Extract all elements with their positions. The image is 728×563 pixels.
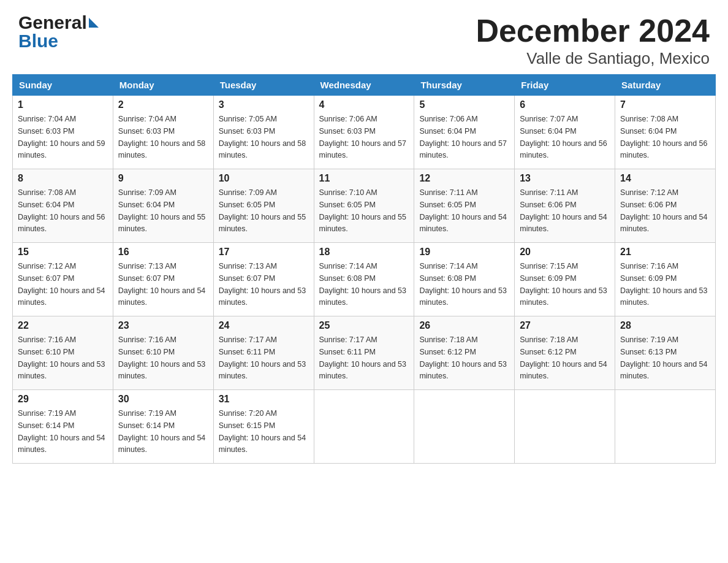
- day-number: 6: [520, 99, 610, 110]
- logo-line1: General: [18, 12, 99, 33]
- header-tuesday: Tuesday: [213, 75, 314, 96]
- calendar: SundayMondayTuesdayWednesdayThursdayFrid…: [0, 74, 728, 476]
- calendar-cell: 7 Sunrise: 7:08 AMSunset: 6:04 PMDayligh…: [615, 96, 716, 169]
- day-info: Sunrise: 7:18 AMSunset: 6:12 PMDaylight:…: [520, 335, 607, 380]
- calendar-cell: 11 Sunrise: 7:10 AMSunset: 6:05 PMDaylig…: [314, 169, 414, 243]
- week-row-4: 22 Sunrise: 7:16 AMSunset: 6:10 PMDaylig…: [13, 316, 716, 390]
- calendar-cell: 14 Sunrise: 7:12 AMSunset: 6:06 PMDaylig…: [615, 169, 716, 243]
- day-info: Sunrise: 7:12 AMSunset: 6:06 PMDaylight:…: [620, 188, 707, 233]
- calendar-cell: 6 Sunrise: 7:07 AMSunset: 6:04 PMDayligh…: [515, 96, 615, 169]
- day-number: 31: [219, 394, 309, 405]
- calendar-cell: 15 Sunrise: 7:12 AMSunset: 6:07 PMDaylig…: [13, 243, 113, 316]
- day-info: Sunrise: 7:16 AMSunset: 6:10 PMDaylight:…: [18, 335, 105, 380]
- day-number: 11: [319, 173, 409, 184]
- logo-arrow-icon: [89, 18, 99, 28]
- week-row-5: 29 Sunrise: 7:19 AMSunset: 6:14 PMDaylig…: [13, 390, 716, 464]
- calendar-cell: 12 Sunrise: 7:11 AMSunset: 6:05 PMDaylig…: [414, 169, 515, 243]
- logo-general-text: General: [18, 12, 87, 33]
- day-info: Sunrise: 7:15 AMSunset: 6:09 PMDaylight:…: [520, 262, 607, 307]
- calendar-cell: 20 Sunrise: 7:15 AMSunset: 6:09 PMDaylig…: [515, 243, 615, 316]
- calendar-cell: 25 Sunrise: 7:17 AMSunset: 6:11 PMDaylig…: [314, 316, 414, 390]
- title-block: December 2024 Valle de Santiago, Mexico: [476, 12, 710, 68]
- calendar-title: December 2024: [476, 12, 710, 49]
- header-wednesday: Wednesday: [314, 75, 414, 96]
- day-info: Sunrise: 7:06 AMSunset: 6:03 PMDaylight:…: [319, 115, 406, 159]
- day-info: Sunrise: 7:12 AMSunset: 6:07 PMDaylight:…: [18, 262, 105, 307]
- day-number: 26: [419, 320, 509, 331]
- day-number: 1: [18, 99, 108, 110]
- day-info: Sunrise: 7:17 AMSunset: 6:11 PMDaylight:…: [219, 335, 306, 380]
- calendar-cell: 17 Sunrise: 7:13 AMSunset: 6:07 PMDaylig…: [213, 243, 314, 316]
- day-info: Sunrise: 7:08 AMSunset: 6:04 PMDaylight:…: [620, 115, 707, 159]
- day-info: Sunrise: 7:11 AMSunset: 6:06 PMDaylight:…: [520, 188, 607, 233]
- day-number: 23: [118, 320, 208, 331]
- calendar-subtitle: Valle de Santiago, Mexico: [476, 49, 710, 68]
- day-number: 27: [520, 320, 610, 331]
- day-number: 14: [620, 173, 710, 184]
- day-info: Sunrise: 7:06 AMSunset: 6:04 PMDaylight:…: [419, 115, 506, 159]
- calendar-cell: 19 Sunrise: 7:14 AMSunset: 6:08 PMDaylig…: [414, 243, 515, 316]
- calendar-cell: 8 Sunrise: 7:08 AMSunset: 6:04 PMDayligh…: [13, 169, 113, 243]
- day-info: Sunrise: 7:19 AMSunset: 6:13 PMDaylight:…: [620, 335, 707, 380]
- calendar-cell: 18 Sunrise: 7:14 AMSunset: 6:08 PMDaylig…: [314, 243, 414, 316]
- calendar-cell: 9 Sunrise: 7:09 AMSunset: 6:04 PMDayligh…: [113, 169, 213, 243]
- day-number: 15: [18, 247, 108, 258]
- day-number: 12: [419, 173, 509, 184]
- day-info: Sunrise: 7:19 AMSunset: 6:14 PMDaylight:…: [118, 409, 205, 454]
- calendar-cell: 26 Sunrise: 7:18 AMSunset: 6:12 PMDaylig…: [414, 316, 515, 390]
- week-row-1: 1 Sunrise: 7:04 AMSunset: 6:03 PMDayligh…: [13, 96, 716, 169]
- header-row: SundayMondayTuesdayWednesdayThursdayFrid…: [13, 75, 716, 96]
- day-number: 24: [219, 320, 309, 331]
- calendar-table: SundayMondayTuesdayWednesdayThursdayFrid…: [12, 74, 716, 464]
- header-friday: Friday: [515, 75, 615, 96]
- calendar-cell: 2 Sunrise: 7:04 AMSunset: 6:03 PMDayligh…: [113, 96, 213, 169]
- calendar-cell: 21 Sunrise: 7:16 AMSunset: 6:09 PMDaylig…: [615, 243, 716, 316]
- calendar-cell: 31 Sunrise: 7:20 AMSunset: 6:15 PMDaylig…: [213, 390, 314, 464]
- calendar-cell: 23 Sunrise: 7:16 AMSunset: 6:10 PMDaylig…: [113, 316, 213, 390]
- day-info: Sunrise: 7:19 AMSunset: 6:14 PMDaylight:…: [18, 409, 105, 454]
- day-info: Sunrise: 7:16 AMSunset: 6:10 PMDaylight:…: [118, 335, 205, 380]
- calendar-header: SundayMondayTuesdayWednesdayThursdayFrid…: [13, 75, 716, 96]
- day-number: 16: [118, 247, 208, 258]
- day-number: 13: [520, 173, 610, 184]
- day-info: Sunrise: 7:05 AMSunset: 6:03 PMDaylight:…: [219, 115, 306, 159]
- calendar-cell: 5 Sunrise: 7:06 AMSunset: 6:04 PMDayligh…: [414, 96, 515, 169]
- header-thursday: Thursday: [414, 75, 515, 96]
- day-info: Sunrise: 7:17 AMSunset: 6:11 PMDaylight:…: [319, 335, 406, 380]
- week-row-3: 15 Sunrise: 7:12 AMSunset: 6:07 PMDaylig…: [13, 243, 716, 316]
- logo-blue-text: Blue: [18, 31, 99, 52]
- day-number: 22: [18, 320, 108, 331]
- calendar-cell: 28 Sunrise: 7:19 AMSunset: 6:13 PMDaylig…: [615, 316, 716, 390]
- day-info: Sunrise: 7:08 AMSunset: 6:04 PMDaylight:…: [18, 188, 105, 233]
- day-info: Sunrise: 7:14 AMSunset: 6:08 PMDaylight:…: [319, 262, 406, 307]
- calendar-cell: 3 Sunrise: 7:05 AMSunset: 6:03 PMDayligh…: [213, 96, 314, 169]
- week-row-2: 8 Sunrise: 7:08 AMSunset: 6:04 PMDayligh…: [13, 169, 716, 243]
- calendar-body: 1 Sunrise: 7:04 AMSunset: 6:03 PMDayligh…: [13, 96, 716, 464]
- day-info: Sunrise: 7:07 AMSunset: 6:04 PMDaylight:…: [520, 115, 607, 159]
- day-number: 9: [118, 173, 208, 184]
- calendar-cell: [314, 390, 414, 464]
- day-number: 7: [620, 99, 710, 110]
- calendar-cell: 4 Sunrise: 7:06 AMSunset: 6:03 PMDayligh…: [314, 96, 414, 169]
- day-info: Sunrise: 7:10 AMSunset: 6:05 PMDaylight:…: [319, 188, 406, 233]
- day-number: 8: [18, 173, 108, 184]
- day-number: 30: [118, 394, 208, 405]
- day-number: 2: [118, 99, 208, 110]
- header-monday: Monday: [113, 75, 213, 96]
- day-info: Sunrise: 7:13 AMSunset: 6:07 PMDaylight:…: [219, 262, 306, 307]
- calendar-cell: 1 Sunrise: 7:04 AMSunset: 6:03 PMDayligh…: [13, 96, 113, 169]
- day-info: Sunrise: 7:09 AMSunset: 6:05 PMDaylight:…: [219, 188, 306, 233]
- day-number: 17: [219, 247, 309, 258]
- day-info: Sunrise: 7:14 AMSunset: 6:08 PMDaylight:…: [419, 262, 506, 307]
- day-info: Sunrise: 7:13 AMSunset: 6:07 PMDaylight:…: [118, 262, 205, 307]
- day-number: 5: [419, 99, 509, 110]
- day-number: 28: [620, 320, 710, 331]
- calendar-cell: 29 Sunrise: 7:19 AMSunset: 6:14 PMDaylig…: [13, 390, 113, 464]
- day-info: Sunrise: 7:04 AMSunset: 6:03 PMDaylight:…: [18, 115, 105, 159]
- header-sunday: Sunday: [13, 75, 113, 96]
- day-number: 19: [419, 247, 509, 258]
- day-number: 25: [319, 320, 409, 331]
- day-number: 29: [18, 394, 108, 405]
- calendar-cell: 24 Sunrise: 7:17 AMSunset: 6:11 PMDaylig…: [213, 316, 314, 390]
- day-number: 21: [620, 247, 710, 258]
